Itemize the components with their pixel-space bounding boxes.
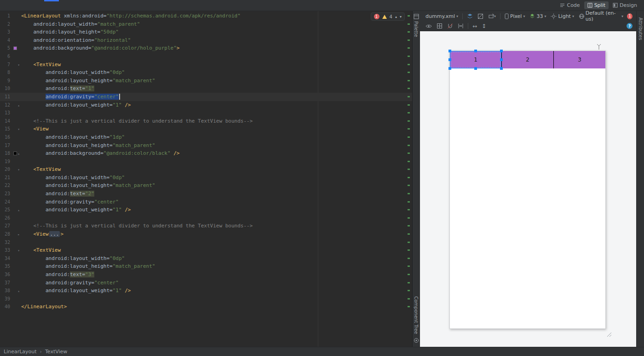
code-line[interactable]: 7▾ <TextView (0, 61, 412, 69)
preview-cell-3[interactable]: 3 (553, 51, 605, 68)
preview-cell-1[interactable]: 1 (450, 51, 501, 68)
code-line[interactable]: 22 android:layout_height="match_parent" (0, 181, 412, 190)
inspections-widget[interactable]: 1 4 ▴ ▾ (371, 12, 405, 21)
gutter-cell[interactable]: 18▴ (0, 149, 21, 158)
selection-handle[interactable] (448, 50, 451, 52)
layout-bounds-icon[interactable] (435, 23, 444, 29)
file-selector[interactable]: dummy.xml ▾ (424, 13, 460, 19)
api-selector[interactable]: 33 ▾ (528, 13, 548, 19)
orientation-icon[interactable]: ▾ (486, 13, 498, 19)
code-line[interactable]: 12▴ android:layout_weight="1" /> (0, 101, 412, 109)
code-line[interactable]: 25▴ android:layout_weight="1" /> (0, 206, 412, 214)
gutter-cell[interactable]: 32 (0, 238, 21, 247)
code-line[interactable]: 17 android:layout_height="match_parent" (0, 141, 412, 150)
gutter-cell[interactable]: 2 (0, 20, 21, 28)
vcs-change-stripe[interactable] (407, 12, 410, 311)
gutter-cell[interactable]: 22 (0, 181, 21, 190)
code-line[interactable]: 32 (0, 238, 412, 247)
code-line[interactable]: 5 android:background="@android:color/hol… (0, 44, 412, 52)
gutter-cell[interactable]: 39 (0, 295, 21, 303)
gutter-cell[interactable]: 7▾ (0, 61, 21, 69)
design-canvas[interactable]: 123 (420, 31, 636, 347)
gutter-cell[interactable]: 12▴ (0, 101, 21, 109)
code-line[interactable]: 39 (0, 295, 412, 303)
code-line[interactable]: 28▸ <View...> (0, 230, 412, 238)
gutter-cell[interactable]: 28▸ (0, 230, 21, 238)
device-selector[interactable]: Pixel ▾ (503, 13, 527, 19)
code-line[interactable]: 2 android:layout_width="match_parent" (0, 20, 412, 28)
code-line[interactable]: 11 android:gravity="center" (0, 93, 412, 101)
tab-design[interactable]: Design (610, 1, 640, 9)
code-line[interactable]: 6 (0, 52, 412, 61)
code-line[interactable]: 15▾ <View (0, 125, 412, 133)
component-tree-tab[interactable]: Component Tree (414, 296, 419, 334)
gutter-cell[interactable]: 38▴ (0, 287, 21, 295)
gutter-cell[interactable]: 5 (0, 44, 21, 52)
fold-marker-icon[interactable]: ▾ (17, 166, 20, 174)
align-horizontal-icon[interactable]: ↔ (471, 23, 479, 29)
autoconnect-off-icon[interactable] (445, 23, 455, 29)
theme-selector[interactable]: Light ▾ (549, 13, 575, 19)
code-line[interactable]: 4 android:orientation="horizontal" (0, 36, 412, 45)
gutter-cell[interactable]: 17 (0, 141, 21, 150)
code-line[interactable]: 3 android:layout_height="50dp" (0, 28, 412, 36)
gutter-cell[interactable]: 15▾ (0, 125, 21, 133)
view-options-icon[interactable] (424, 23, 434, 29)
next-issue-icon[interactable]: ▾ (400, 15, 402, 19)
code-line[interactable]: 20▾ <TextView (0, 165, 412, 174)
gutter-cell[interactable]: 6 (0, 52, 21, 61)
code-line[interactable]: 16 android:layout_width="1dp" (0, 133, 412, 141)
code-editor[interactable]: 1<LinearLayout xmlns:android="http://sch… (0, 11, 413, 347)
code-line[interactable]: 19 (0, 158, 412, 166)
code-line[interactable]: 21 android:layout_width="0dp" (0, 174, 412, 182)
gutter-cell[interactable]: 27 (0, 222, 21, 230)
issues-badge[interactable]: 1 (627, 13, 632, 19)
selection-handle[interactable] (500, 50, 503, 52)
code-line[interactable]: 23 android:text="2" (0, 190, 412, 198)
gutter-cell[interactable]: 33▾ (0, 246, 21, 254)
code-line[interactable]: 13 (0, 109, 412, 117)
selection-handle[interactable] (448, 67, 451, 70)
code-lines[interactable]: 1<LinearLayout xmlns:android="http://sch… (0, 12, 412, 311)
color-swatch-icon[interactable] (13, 46, 17, 50)
palette-icon[interactable] (414, 14, 419, 19)
gutter-cell[interactable]: 10 (0, 85, 21, 93)
code-line[interactable]: 10 android:text="1" (0, 85, 412, 93)
gutter-cell[interactable]: 13 (0, 109, 21, 117)
error-count-badge[interactable]: 1 (374, 14, 380, 19)
gutter-cell[interactable]: 8 (0, 68, 21, 77)
gutter-cell[interactable]: 40 (0, 303, 21, 311)
code-line[interactable]: 24 android:gravity="center" (0, 198, 412, 206)
selection-handle[interactable] (474, 50, 477, 52)
selection-handle[interactable] (474, 67, 477, 70)
tab-code[interactable]: Code (557, 1, 583, 9)
palette-tab[interactable]: Palette (414, 21, 419, 37)
help-icon[interactable]: ? (627, 23, 632, 29)
attributes-tab[interactable]: Attributes (638, 17, 643, 40)
code-line[interactable]: 27 <!--This is just a vertical divider t… (0, 222, 412, 230)
gutter-cell[interactable]: 34 (0, 254, 21, 263)
blueprint-toggle-icon[interactable] (476, 13, 485, 19)
fold-marker-icon[interactable]: ▾ (17, 125, 20, 134)
gutter-cell[interactable]: 3 (0, 28, 21, 36)
prev-issue-icon[interactable]: ▴ (395, 15, 397, 19)
gutter-cell[interactable]: 36 (0, 271, 21, 279)
fold-marker-icon[interactable]: ▾ (17, 247, 20, 255)
gutter-cell[interactable]: 25▴ (0, 206, 21, 214)
preview-cell-2[interactable]: 2 (501, 51, 553, 68)
component-tree-icon[interactable] (414, 338, 419, 343)
gutter-cell[interactable]: 9 (0, 77, 21, 85)
gutter-cell[interactable]: 20▾ (0, 165, 21, 174)
gutter-cell[interactable]: 4 (0, 36, 21, 45)
fold-marker-icon[interactable]: ▴ (17, 287, 20, 295)
gutter-cell[interactable]: 1 (0, 12, 21, 20)
tab-split[interactable]: Split (584, 1, 609, 9)
gutter-cell[interactable]: 14 (0, 117, 21, 125)
gutter-cell[interactable]: 19 (0, 158, 21, 166)
code-line[interactable]: 36 android:text="3" (0, 271, 412, 279)
gutter-cell[interactable]: 37 (0, 279, 21, 287)
fold-marker-icon[interactable]: ▴ (17, 206, 20, 215)
selection-handle[interactable] (448, 58, 451, 61)
fold-marker-icon[interactable]: ▴ (17, 102, 20, 110)
code-line[interactable]: 8 android:layout_width="0dp" (0, 68, 412, 77)
